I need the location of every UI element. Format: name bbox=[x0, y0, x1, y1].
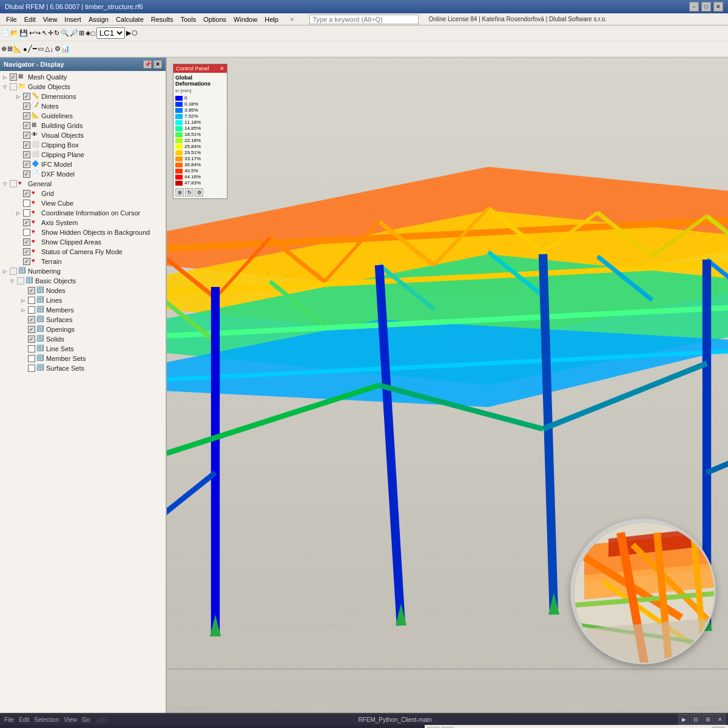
wire-btn[interactable]: ⬡ bbox=[132, 29, 138, 37]
cb-mem[interactable] bbox=[28, 306, 35, 314]
cp-btn1[interactable]: ⊞ bbox=[175, 188, 184, 197]
3d-viewport[interactable]: Control Panel ✕ Global Deformations in [… bbox=[167, 58, 728, 713]
menu-results[interactable]: Results bbox=[147, 15, 177, 24]
nav-tree[interactable]: ▷ ⊞ Mesh Quality ▽ 📁 Guide Objects ▷ 📏 D… bbox=[0, 71, 166, 713]
node-btn[interactable]: ● bbox=[23, 46, 27, 53]
load-btn[interactable]: ↓ bbox=[50, 46, 54, 53]
ct-file[interactable]: File bbox=[2, 716, 16, 723]
tree-nodes[interactable]: 🔢 Nodes bbox=[0, 286, 166, 295]
tree-surfaces[interactable]: 🔢 Surfaces bbox=[0, 315, 166, 325]
zoom-in-btn[interactable]: 🔍 bbox=[61, 29, 69, 37]
tree-terrain[interactable]: ♥ Terrain bbox=[0, 257, 166, 266]
close-button[interactable]: ✕ bbox=[713, 2, 723, 12]
cp-close[interactable]: ✕ bbox=[220, 66, 224, 72]
tree-openings[interactable]: 🔢 Openings bbox=[0, 325, 166, 334]
menu-calculate[interactable]: Calculate bbox=[112, 15, 147, 24]
cb-sol[interactable] bbox=[28, 335, 35, 343]
move-btn[interactable]: ✛ bbox=[48, 29, 53, 37]
redo-btn[interactable]: ↪ bbox=[35, 29, 41, 37]
tree-visual-objects[interactable]: 👁 Visual Objects bbox=[0, 130, 166, 140]
cb-bg[interactable] bbox=[23, 122, 30, 129]
result-btn[interactable]: 📊 bbox=[61, 45, 70, 53]
menu-options[interactable]: Options bbox=[200, 15, 230, 24]
member-btn[interactable]: ━ bbox=[33, 45, 37, 53]
ct-maximize[interactable]: ⊞ bbox=[703, 714, 713, 725]
menu-edit[interactable]: Edit bbox=[21, 15, 39, 24]
search-input[interactable] bbox=[309, 15, 419, 24]
tree-coord-info[interactable]: ▷ ♥ Coordinate Information on Cursor bbox=[0, 208, 166, 218]
ct-edit[interactable]: Edit bbox=[17, 716, 31, 723]
cb-cp[interactable] bbox=[23, 151, 30, 158]
tree-numbering[interactable]: ▷ 🔢 Numbering bbox=[0, 266, 166, 276]
snap-btn[interactable]: ⊕ bbox=[1, 45, 7, 53]
cb-vo[interactable] bbox=[23, 132, 30, 139]
ct-selection[interactable]: Selection bbox=[32, 716, 61, 723]
cb-ci[interactable] bbox=[23, 209, 30, 217]
tree-line-sets[interactable]: 🔢 Line Sets bbox=[0, 344, 166, 354]
tree-dxf[interactable]: 📄 DXF Model bbox=[0, 169, 166, 179]
tree-clipping-plane[interactable]: ⬜ Clipping Plane bbox=[0, 150, 166, 160]
cb-notes[interactable] bbox=[23, 103, 30, 110]
lc-combo[interactable]: LC1 LC2 bbox=[96, 27, 125, 39]
fit-btn[interactable]: ⊞ bbox=[79, 29, 84, 37]
cb-hb[interactable] bbox=[23, 229, 30, 236]
tree-clipped-areas[interactable]: ♥ Show Clipped Areas bbox=[0, 237, 166, 247]
ct-run[interactable]: ▶ bbox=[678, 714, 689, 725]
ct-go[interactable]: Go bbox=[80, 716, 92, 723]
render-btn[interactable]: ▶ bbox=[126, 29, 131, 37]
menu-insert[interactable]: Insert bbox=[61, 15, 85, 24]
cb-ax[interactable] bbox=[23, 219, 30, 226]
cb-dim[interactable] bbox=[23, 93, 30, 100]
tree-ifc[interactable]: 🔷 IFC Model bbox=[0, 160, 166, 169]
calc-btn[interactable]: ⚙ bbox=[55, 45, 61, 53]
cb-nod[interactable] bbox=[28, 287, 35, 294]
cb-cb[interactable] bbox=[23, 141, 30, 149]
tree-viewcube[interactable]: ♥ View Cube bbox=[0, 198, 166, 208]
menu-help[interactable]: Help bbox=[261, 15, 282, 24]
grid-btn[interactable]: ⊞ bbox=[7, 45, 13, 53]
minimize-button[interactable]: − bbox=[689, 2, 699, 12]
tree-guide-objects[interactable]: ▽ 📁 Guide Objects bbox=[0, 82, 166, 92]
tree-camera-status[interactable]: ♥ Status of Camera Fly Mode bbox=[0, 247, 166, 257]
view2d-btn[interactable]: □ bbox=[91, 30, 95, 37]
tree-guidelines[interactable]: 📐 Guidelines bbox=[0, 111, 166, 121]
ct-close[interactable]: ✕ bbox=[715, 714, 726, 725]
cp-btn3[interactable]: ⚙ bbox=[195, 188, 203, 197]
cb-gen[interactable] bbox=[10, 180, 17, 187]
tree-mesh-quality[interactable]: ▷ ⊞ Mesh Quality bbox=[0, 72, 166, 82]
tree-building-grids[interactable]: ⊞ Building Grids bbox=[0, 121, 166, 130]
cb-grid[interactable] bbox=[23, 190, 30, 197]
nav-close-btn[interactable]: ✕ bbox=[153, 60, 162, 69]
measure-btn[interactable]: 📐 bbox=[13, 45, 22, 53]
nav-pin-btn[interactable]: 📌 bbox=[143, 60, 152, 69]
cb-gl[interactable] bbox=[23, 112, 30, 120]
tree-lines[interactable]: ▷ 🔢 Lines bbox=[0, 295, 166, 305]
tree-dimensions[interactable]: ▷ 📏 Dimensions bbox=[0, 92, 166, 101]
zoom-out-btn[interactable]: 🔎 bbox=[70, 29, 78, 37]
ct-view[interactable]: View bbox=[62, 716, 79, 723]
new-btn[interactable]: 📄 bbox=[1, 29, 10, 37]
cb-ifc[interactable] bbox=[23, 161, 30, 168]
cb-surf[interactable] bbox=[28, 316, 35, 323]
tree-grid[interactable]: ♥ Grid bbox=[0, 189, 166, 198]
maximize-button[interactable]: □ bbox=[701, 2, 711, 12]
view3d-btn[interactable]: ◈ bbox=[86, 29, 90, 37]
select-btn[interactable]: ↖ bbox=[42, 29, 47, 37]
tree-basic-objects[interactable]: ▽ 🔢 Basic Objects bbox=[0, 276, 166, 286]
cb-ms[interactable] bbox=[28, 355, 35, 362]
cb-ss[interactable] bbox=[28, 365, 35, 372]
cb-bo[interactable] bbox=[17, 277, 24, 285]
cb-vc[interactable] bbox=[23, 200, 30, 207]
menu-file[interactable]: File bbox=[2, 15, 21, 24]
tree-member-sets[interactable]: 🔢 Member Sets bbox=[0, 354, 166, 363]
open-btn[interactable]: 📂 bbox=[10, 29, 19, 37]
tree-clipping-box[interactable]: ⬜ Clipping Box bbox=[0, 140, 166, 150]
tree-solids[interactable]: 🔢 Solids bbox=[0, 334, 166, 344]
line-btn[interactable]: ╱ bbox=[28, 45, 32, 53]
cb-ls[interactable] bbox=[28, 345, 35, 352]
cb-num[interactable] bbox=[10, 268, 17, 275]
tree-general[interactable]: ▽ ♥ General bbox=[0, 179, 166, 189]
rotate-btn[interactable]: ↻ bbox=[54, 29, 59, 37]
undo-btn[interactable]: ↩ bbox=[29, 29, 35, 37]
menu-tools[interactable]: Tools bbox=[177, 15, 200, 24]
